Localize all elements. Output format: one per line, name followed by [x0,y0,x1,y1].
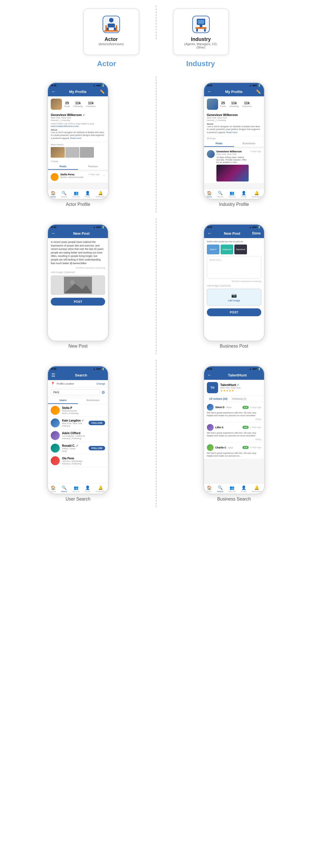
industry-profile-phone: 9:41 ▲WiFi🔋 ← My Profile ✏️ 25 [203,82,265,200]
nav-search[interactable]: 🔍Search [61,191,67,198]
biz-nav-notification[interactable]: 🔔Notification [252,486,261,492]
actor-card-title: Actor [105,36,118,42]
users-tab[interactable]: Users [48,397,78,404]
industry-post-location: New York, New York [217,153,249,155]
result-name-adele: Adele Clifford [62,432,105,435]
nav-notification[interactable]: 🔔Notification [95,191,105,198]
actor-website[interactable]: www.imdbprofilename.come [51,125,105,127]
biz-search-body: TH TalentHunt ✓ New York, Area York ★ ★ … [204,380,264,484]
rating-lillie: 4.8 [243,426,248,429]
filter-icon[interactable]: ⚙ [102,390,105,395]
svg-rect-12 [195,27,207,29]
posts-tab[interactable]: Posts [48,163,78,170]
following-reviews-tab[interactable]: Following (2) [230,397,249,401]
all-reviews-tab[interactable]: All reviews (25) [207,397,230,401]
reviews-tab[interactable]: Reviews [78,163,108,170]
follow-ronald-button[interactable]: FOLLOW [89,446,105,451]
reply-lillie[interactable]: Reply [207,438,261,441]
ind-nav-notification[interactable]: 🔔Notification [252,191,261,198]
actor-post-textarea[interactable]: In recent years people have realized the… [51,240,105,265]
industry-post-content: Genevieve Wilkerson New York, New York 1… [217,150,249,182]
actor-add-image-label: Add Image (Optional) [51,271,105,274]
ronald-verified: ✓ [76,444,78,447]
result-info-kate: Kate Langdon ✓ New York, New York Indust… [62,419,86,427]
user-search-title: Search [57,373,105,377]
svg-point-1 [109,18,114,22]
actor-card-subtitle: (Actors/Actresses) [99,42,124,45]
industry-edit-icon[interactable]: ✏️ [256,89,261,94]
hamburger-icon[interactable]: ☰ [51,373,55,378]
biz-nav-home[interactable]: 🏠Home [207,486,212,492]
search-nav-hirelist[interactable]: 👥Hire List [73,486,80,492]
biz-search-title: TalentHunt [214,373,261,377]
edit-icon[interactable]: ✏️ [100,89,105,94]
camera-icon: 📷 [231,293,237,298]
industry-post-button[interactable]: POST [207,308,261,316]
industry-new-post-phone: 9:41 ▲WiFi🔋 ← New Post Done Select who w… [203,224,265,341]
actor-post-button[interactable]: POST [51,298,105,306]
add-image-text: Add Image [228,299,240,302]
add-image-box[interactable]: 📷 Add Image [207,289,261,306]
industry-np-back[interactable]: ← [207,231,212,236]
nav-hirelist[interactable]: 👥Hire List [73,191,80,198]
search-nav-search[interactable]: 🔍Search [61,486,67,492]
follow-kate-button[interactable]: FOLLOW [89,421,105,425]
main-layout: Actor (Actors/Actresses) Industry (Agent… [0,0,312,507]
reply-steve[interactable]: Reply [207,418,261,421]
actor-read-more[interactable]: Read more [70,137,82,140]
followers-label: Followers [86,105,95,107]
account-hollywood[interactable]: Hollywood [221,245,233,254]
industry-read-more[interactable]: Read more [226,131,237,133]
ind-followers-count: 11k [244,101,250,105]
talenthunt-verified: ✓ [237,383,239,386]
user-search-phone: 9:41 ▲WiFi🔋 ☰ Search 📍 Profile Location … [47,366,109,494]
post-menu-icon[interactable]: ··· [101,173,105,177]
industry-posts-tab[interactable]: Posts [204,141,234,147]
ind-nav-search[interactable]: 🔍Search [217,191,223,198]
result-name-stella: Stella P [62,406,105,409]
talenthunt-stars: ★ ★ ★ ★ ★ [220,389,261,392]
actor-image-placeholder [51,275,105,295]
following-stat: 11k Following [73,101,83,107]
post-author-location: Boston, Massachusetts [60,176,87,178]
biz-nav-search[interactable]: 🔍Search [217,486,223,492]
industry-post-time: 2 days ago [250,150,261,153]
biz-nav-profile[interactable]: 👤Profile [241,486,247,492]
search-nav-notification[interactable]: 🔔Notification [95,486,105,492]
ind-nav-profile[interactable]: 👤Profile [241,191,247,198]
account-stella[interactable]: Stella P [207,245,220,254]
industry-profile-label: Industry Profile [219,202,249,207]
business-search-label: Business Search [217,497,251,502]
search-input[interactable]: Hen| [51,389,100,395]
change-link[interactable]: Change [96,382,105,385]
followers-stat: 11k Followers [86,101,95,107]
reviewer-role-steve: Actor [226,406,231,409]
industry-char-count: 500/500 characters remaining [207,280,261,283]
account-strip: Stella P Hollywood TalentHunt [207,245,261,254]
industry-profile-title: My Profile [214,90,254,94]
nav-home[interactable]: 🏠Home [51,191,56,198]
biz-back-arrow[interactable]: ← [207,373,212,378]
actor-new-post-label: New Post [68,344,87,349]
ind-nav-home[interactable]: 🏠Home [207,191,212,198]
result-role-adele: Industry | Following [62,437,105,440]
actor-np-back[interactable]: ← [51,231,56,236]
search-nav-profile[interactable]: 👤Profile [85,486,90,492]
write-here-box[interactable]: Write here... [207,256,261,278]
biz-nav-hirelist[interactable]: 👥Hire List [228,486,236,492]
search-nav-home[interactable]: 🏠Home [51,486,56,492]
nav-profile[interactable]: 👤Profile [85,191,90,198]
kate-verified: ✓ [82,419,84,422]
done-button[interactable]: Done [252,231,261,235]
actor-imdb-link[interactable]: imdb.Profile Link (This is only visible … [51,122,105,125]
businesses-tab[interactable]: Businesses [78,397,108,404]
back-arrow-icon[interactable]: ← [51,89,56,94]
result-sub-ola: Jackson, Mississippi [62,460,105,462]
ind-posts-count: 25 [221,101,225,105]
profile-location-text: Profile Location [57,382,94,385]
result-name-ola: Ola Penn [62,457,105,460]
account-talenthunt[interactable]: TalentHunt [234,245,247,254]
ind-nav-hirelist[interactable]: 👥Hire List [228,191,236,198]
industry-businesses-tab[interactable]: Businesses [234,141,264,147]
industry-back-arrow[interactable]: ← [207,89,212,94]
